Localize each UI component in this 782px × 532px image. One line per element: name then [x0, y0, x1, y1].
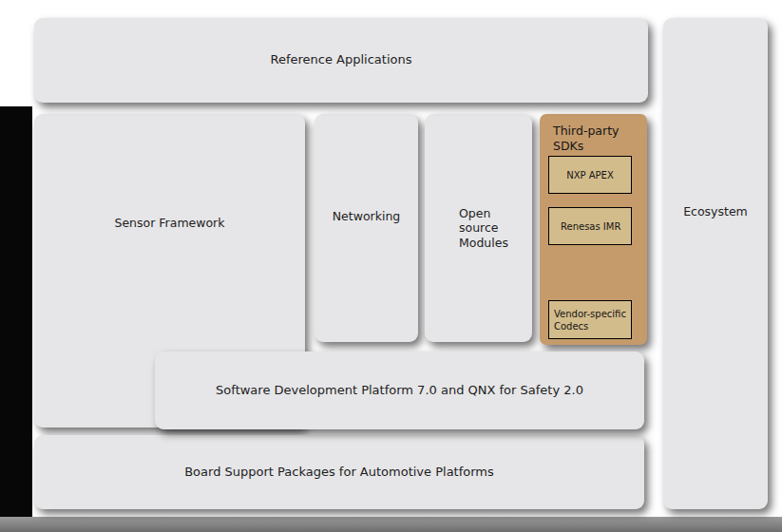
block-label: Renesas IMR — [561, 220, 620, 233]
block-networking: Networking — [315, 114, 418, 342]
block-label: Software Development Platform 7.0 and QN… — [216, 383, 583, 398]
block-ecosystem: Ecosystem — [663, 18, 768, 509]
block-label: Networking — [333, 209, 401, 224]
block-label: NXP APEX — [566, 169, 614, 181]
block-reference-applications: Reference Applications — [34, 18, 648, 103]
block-board-support-packages: Board Support Packages for Automotive Pl… — [34, 435, 644, 509]
block-renesas-imr: Renesas IMR — [548, 207, 632, 245]
block-label: Open source Modules — [459, 206, 532, 251]
block-vendor-specific-codecs: Vendor-specific Codecs — [548, 300, 632, 339]
block-nxp-apex: NXP APEX — [548, 156, 632, 194]
block-label: Reference Applications — [270, 52, 411, 67]
block-label: Board Support Packages for Automotive Pl… — [184, 465, 494, 480]
block-label: Ecosystem — [683, 204, 748, 219]
block-label: Vendor-specific Codecs — [554, 308, 630, 332]
block-label: Sensor Framework — [114, 216, 224, 231]
left-margin-band — [0, 106, 32, 532]
architecture-diagram: Reference Applications Sensor Framework … — [0, 0, 782, 532]
bottom-margin-band — [0, 517, 782, 532]
block-software-development-platform: Software Development Platform 7.0 and QN… — [155, 352, 644, 429]
block-open-source-modules: Open source Modules — [425, 114, 532, 342]
group-label: Third-party SDKs — [553, 124, 639, 155]
block-third-party-sdks: Third-party SDKs NXP APEX Renesas IMR Ve… — [540, 114, 647, 345]
